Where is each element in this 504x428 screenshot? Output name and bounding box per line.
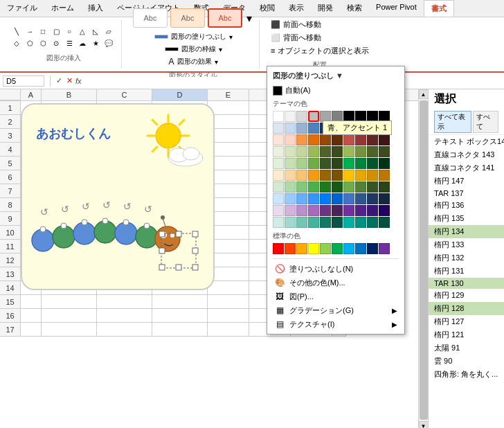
shape-parallelogram[interactable]: ▱ (103, 26, 114, 37)
theme-color-cell[interactable] (285, 111, 296, 122)
std-color-cell[interactable] (308, 243, 319, 254)
theme-color-cell[interactable] (273, 205, 284, 216)
theme-color-cell[interactable] (379, 158, 390, 169)
outline-dropdown-arrow[interactable]: ▾ (219, 46, 222, 53)
style-more-btn[interactable]: ▾ (245, 10, 253, 26)
theme-color-cell[interactable] (308, 170, 319, 181)
show-all-button[interactable]: すべて表示 (434, 111, 471, 133)
list-item[interactable]: 楕円 131 (429, 265, 504, 278)
theme-color-cell[interactable] (367, 123, 378, 134)
theme-color-cell[interactable] (273, 181, 284, 193)
theme-color-cell[interactable] (355, 205, 366, 216)
texture-option[interactable]: ▤ テクスチャ(I) ▶ (270, 317, 402, 331)
cell-reference[interactable] (3, 75, 44, 87)
theme-color-cell[interactable] (296, 146, 307, 157)
theme-color-cell[interactable] (285, 217, 296, 228)
theme-color-cell[interactable] (355, 146, 366, 157)
scroll-thumb[interactable] (420, 100, 428, 420)
std-color-cell[interactable] (355, 243, 366, 254)
shape-cloud[interactable]: ☁ (77, 38, 88, 49)
tab-search[interactable]: 検索 (340, 0, 369, 17)
theme-color-cell[interactable] (332, 217, 343, 228)
shape-pentagon[interactable]: ⬠ (24, 38, 35, 49)
theme-color-cell[interactable] (379, 146, 390, 157)
tab-insert[interactable]: 挿入 (81, 0, 110, 17)
theme-color-cell[interactable] (355, 181, 366, 193)
tab-file[interactable]: ファイル (0, 0, 44, 17)
theme-color-cell[interactable] (296, 217, 307, 228)
fill-dropdown-arrow[interactable]: ▾ (229, 33, 233, 41)
std-color-cell[interactable] (332, 243, 343, 254)
theme-color-cell[interactable] (343, 123, 354, 134)
list-item[interactable]: 楕円 136 (429, 199, 504, 212)
shape-oval[interactable]: ○ (64, 26, 75, 37)
std-color-cell[interactable] (379, 243, 390, 254)
theme-color-cell[interactable] (320, 170, 331, 181)
front-button[interactable]: ⬛ 前面へ移動 (271, 19, 369, 30)
list-item[interactable]: 楕円 121 (429, 328, 504, 341)
theme-color-cell[interactable] (308, 205, 319, 216)
theme-color-cell[interactable] (332, 111, 343, 122)
theme-color-cell[interactable] (296, 181, 307, 193)
list-item[interactable]: 楕円 133 (429, 238, 504, 251)
theme-color-cell[interactable] (320, 134, 331, 145)
list-item[interactable]: 楕円 134 (429, 225, 504, 238)
theme-color-cell[interactable] (308, 181, 319, 193)
theme-color-cell[interactable] (320, 193, 331, 204)
shape-rect[interactable]: □ (37, 26, 48, 37)
show-all-btn2[interactable]: すべて (473, 111, 498, 133)
std-color-cell[interactable] (273, 243, 284, 254)
std-color-cell[interactable] (343, 243, 354, 254)
theme-color-cell[interactable] (367, 193, 378, 204)
theme-color-cell[interactable] (273, 111, 284, 122)
theme-color-cell[interactable] (285, 158, 296, 169)
list-item[interactable]: 楕円 128 (429, 302, 504, 315)
theme-color-cell[interactable] (273, 158, 284, 169)
cancel-formula-icon[interactable]: ✕ (66, 76, 73, 85)
checkmark-icon[interactable]: ✓ (56, 76, 62, 85)
theme-color-cell[interactable] (332, 193, 343, 204)
theme-color-cell[interactable] (343, 158, 354, 169)
shape-callout[interactable]: 💬 (103, 38, 114, 49)
theme-color-cell[interactable] (343, 205, 354, 216)
theme-color-cell[interactable] (367, 158, 378, 169)
theme-color-cell[interactable] (355, 170, 366, 181)
theme-color-cell[interactable] (285, 181, 296, 193)
theme-color-cell[interactable] (332, 146, 343, 157)
select-display-button[interactable]: ≡ オブジェクトの選択と表示 (271, 46, 369, 56)
theme-color-cell[interactable] (285, 146, 296, 157)
theme-color-cell[interactable] (379, 170, 390, 181)
theme-color-cell[interactable] (343, 217, 354, 228)
theme-color-cell[interactable] (296, 111, 307, 122)
theme-color-cell[interactable] (320, 205, 331, 216)
theme-color-cell[interactable] (320, 181, 331, 193)
list-item[interactable]: 楕円 132 (429, 251, 504, 265)
theme-color-cell[interactable] (343, 170, 354, 181)
style-btn-1[interactable]: Abc (133, 8, 168, 28)
theme-color-cell[interactable] (273, 193, 284, 204)
theme-color-cell[interactable] (343, 134, 354, 145)
style-btn-2[interactable]: Abc (170, 8, 205, 28)
list-item[interactable]: 楕円 127 (429, 315, 504, 328)
style-btn-3[interactable]: Abc (208, 8, 242, 28)
auto-color-option[interactable]: 自動(A) (270, 84, 402, 97)
scroll-down-arrow[interactable]: ▼ (419, 421, 429, 428)
theme-color-cell[interactable] (296, 205, 307, 216)
theme-color-cell[interactable] (367, 134, 378, 145)
theme-color-cell[interactable] (308, 217, 319, 228)
list-item[interactable]: 楕円 135 (429, 212, 504, 225)
list-item[interactable]: 直線コネクタ 141 (429, 161, 504, 175)
theme-color-cell[interactable] (332, 134, 343, 145)
list-item[interactable]: 楕円 147 (429, 175, 504, 188)
theme-color-cell[interactable] (320, 123, 331, 134)
gradient-option[interactable]: ▦ グラデーション(G) ▶ (270, 303, 402, 317)
theme-color-cell[interactable] (379, 205, 390, 216)
theme-color-cell[interactable] (343, 193, 354, 204)
tab-format[interactable]: 書式 (424, 0, 454, 17)
theme-color-cell[interactable] (320, 158, 331, 169)
list-item[interactable]: 四角形: 角を丸く... (429, 368, 504, 381)
theme-color-cell[interactable] (355, 217, 366, 228)
theme-color-cell[interactable] (296, 158, 307, 169)
theme-color-cell[interactable] (367, 217, 378, 228)
theme-color-cell[interactable] (308, 123, 319, 134)
